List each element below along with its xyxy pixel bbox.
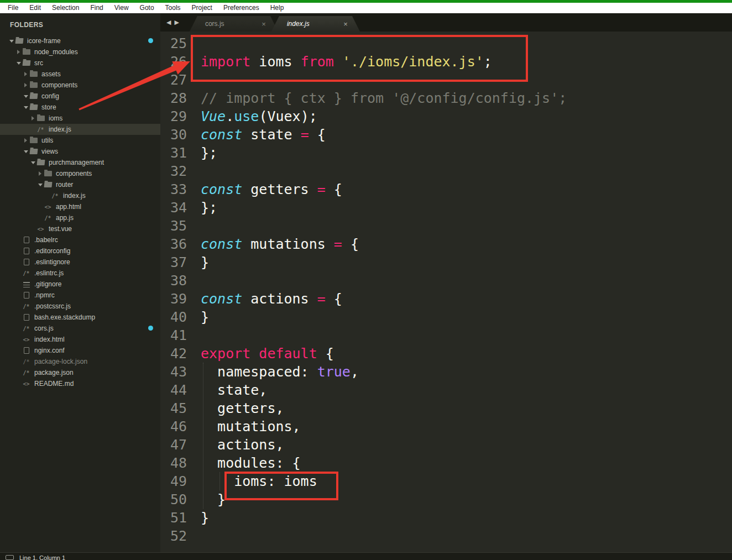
code-line-40[interactable]: 40} — [160, 308, 732, 326]
tree-item-label: src — [34, 59, 43, 67]
expand-icon[interactable] — [22, 83, 29, 87]
sidebar-item-readme-md[interactable]: <>README.md — [0, 378, 160, 389]
code-line-42[interactable]: 42export default { — [160, 344, 732, 363]
sidebar-item-store[interactable]: store — [0, 102, 160, 113]
tab-scroll-left-icon[interactable]: ◀ — [165, 19, 172, 26]
sidebar-item-assets[interactable]: assets — [0, 69, 160, 80]
sidebar-item-components[interactable]: components — [0, 168, 160, 179]
expand-icon[interactable] — [29, 116, 36, 121]
menu-tools[interactable]: Tools — [160, 4, 186, 12]
collapse-icon[interactable] — [22, 106, 29, 109]
sidebar-item-bash-exe-stackdump[interactable]: bash.exe.stackdump — [0, 312, 160, 323]
expand-icon[interactable] — [15, 50, 22, 54]
sidebar-item-postcssrc-js[interactable]: /*.postcssrc.js — [0, 301, 160, 312]
code-line-25[interactable]: 25 — [160, 34, 732, 53]
code-token: modules: { — [201, 455, 301, 471]
sidebar-item-views[interactable]: views — [0, 146, 160, 157]
expand-icon[interactable] — [22, 72, 29, 76]
folder-glyph — [37, 116, 45, 121]
sidebar-item-package-lock-json[interactable]: /*package-lock.json — [0, 356, 160, 367]
collapse-icon[interactable] — [22, 95, 29, 98]
sidebar-item-package-json[interactable]: /*package.json — [0, 367, 160, 378]
sidebar-item-npmrc[interactable]: .npmrc — [0, 290, 160, 301]
sidebar-item-nginx-conf[interactable]: nginx.conf — [0, 345, 160, 356]
tab-index-js[interactable]: index.js× — [271, 16, 360, 32]
collapse-icon[interactable] — [15, 62, 22, 65]
expand-icon[interactable] — [36, 171, 44, 176]
code-line-48[interactable]: 48 modules: { — [160, 454, 732, 472]
folder-glyph — [22, 60, 30, 66]
menu-find[interactable]: Find — [85, 4, 108, 12]
code-line-30[interactable]: 30const state = { — [160, 125, 732, 144]
sidebar-item-gitignore[interactable]: .gitignore — [0, 279, 160, 290]
file-icon: /* — [36, 127, 45, 133]
menu-help[interactable]: Help — [265, 4, 290, 12]
sidebar-item-app-html[interactable]: <>app.html — [0, 201, 160, 212]
collapse-icon[interactable] — [8, 40, 15, 43]
close-icon[interactable]: × — [343, 20, 360, 28]
code-line-43[interactable]: 43 namespaced: true, — [160, 363, 732, 381]
collapse-icon[interactable] — [36, 184, 44, 186]
code-line-36[interactable]: 36const mutations = { — [160, 235, 732, 253]
editor[interactable]: 2526import ioms from './ioms/index.js';2… — [160, 32, 732, 552]
code-token: { — [326, 181, 342, 197]
code-line-26[interactable]: 26import ioms from './ioms/index.js'; — [160, 53, 732, 71]
code-line-50[interactable]: 50 } — [160, 490, 732, 509]
sidebar-item-cors-js[interactable]: /*cors.js — [0, 323, 160, 334]
menu-goto[interactable]: Goto — [134, 4, 160, 12]
menu-edit[interactable]: Edit — [24, 4, 46, 12]
cursor-position[interactable]: Line 1, Column 1 — [19, 554, 65, 560]
sidebar-item-ioms[interactable]: ioms — [0, 113, 160, 124]
code-line-35[interactable]: 35 — [160, 217, 732, 235]
menu-preferences[interactable]: Preferences — [218, 4, 265, 12]
code-line-34[interactable]: 34}; — [160, 198, 732, 217]
sidebar-item-index-js[interactable]: /*index.js — [0, 190, 160, 201]
sidebar-item-index-js[interactable]: /*index.js — [0, 124, 160, 135]
code-line-39[interactable]: 39const actions = { — [160, 290, 732, 308]
code-line-33[interactable]: 33const getters = { — [160, 180, 732, 198]
code-line-45[interactable]: 45 getters, — [160, 399, 732, 417]
sidebar-item-babelrc[interactable]: .babelrc — [0, 234, 160, 245]
sidebar-item-app-js[interactable]: /*app.js — [0, 212, 160, 223]
sidebar-item-config[interactable]: config — [0, 91, 160, 102]
code-line-38[interactable]: 38 — [160, 271, 732, 290]
code-line-41[interactable]: 41 — [160, 326, 732, 344]
code-line-29[interactable]: 29Vue.use(Vuex); — [160, 107, 732, 125]
expand-icon[interactable] — [22, 138, 29, 143]
code-line-49[interactable]: 49 ioms: ioms — [160, 472, 732, 490]
sidebar-item-src[interactable]: src — [0, 57, 160, 69]
menu-view[interactable]: View — [109, 4, 134, 12]
code-line-37[interactable]: 37} — [160, 253, 732, 271]
sidebar-item-router[interactable]: router — [0, 179, 160, 190]
tab-cors-js[interactable]: cors.js× — [190, 16, 278, 32]
sidebar-item-components[interactable]: components — [0, 80, 160, 91]
sidebar-item-utils[interactable]: utils — [0, 135, 160, 146]
sidebar-item-icore-frame[interactable]: icore-frame — [0, 35, 160, 46]
file-icon: /* — [22, 303, 30, 310]
tab-scroll-right-icon[interactable]: ▶ — [172, 19, 180, 26]
menu-project[interactable]: Project — [186, 4, 218, 12]
code-token: = — [317, 291, 326, 307]
code-line-46[interactable]: 46 mutations, — [160, 417, 732, 436]
code-line-47[interactable]: 47 actions, — [160, 436, 732, 454]
sidebar-item-node-modules[interactable]: node_modules — [0, 46, 160, 57]
code-line-44[interactable]: 44 state, — [160, 381, 732, 399]
code-line-52[interactable]: 52 — [160, 527, 732, 545]
code-line-51[interactable]: 51} — [160, 509, 732, 527]
sidebar-item-purchmanagement[interactable]: purchmanagement — [0, 157, 160, 168]
sidebar-item-editorconfig[interactable]: .editorconfig — [0, 245, 160, 257]
sidebar-item-eslintignore[interactable]: .eslintignore — [0, 257, 160, 268]
code-line-28[interactable]: 28// import { ctx } from '@/config/confi… — [160, 89, 732, 107]
collapse-icon[interactable] — [29, 161, 36, 164]
collapse-icon[interactable] — [22, 150, 29, 153]
code-line-32[interactable]: 32 — [160, 162, 732, 180]
code-line-31[interactable]: 31}; — [160, 144, 732, 162]
code-line-27[interactable]: 27 — [160, 71, 732, 89]
triangle-glyph — [24, 106, 28, 109]
menu-file[interactable]: File — [2, 4, 24, 12]
sidebar-item-index-html[interactable]: <>index.html — [0, 334, 160, 345]
sidebar-item-eslintrc-js[interactable]: /*.eslintrc.js — [0, 268, 160, 279]
triangle-glyph — [31, 161, 35, 164]
sidebar-item-test-vue[interactable]: <>test.vue — [0, 223, 160, 234]
menu-selection[interactable]: Selection — [46, 4, 85, 12]
